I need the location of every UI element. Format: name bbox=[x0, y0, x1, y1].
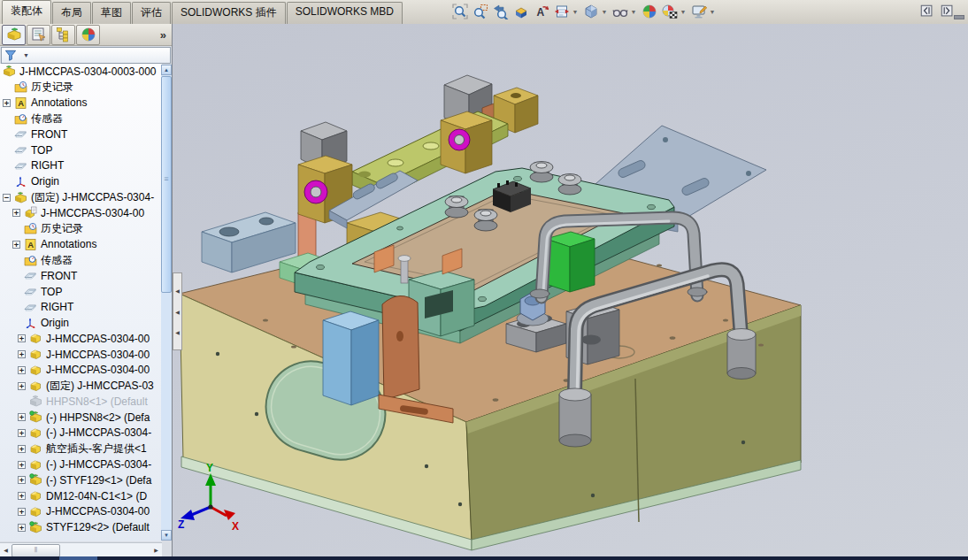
panel-tab-overflow[interactable]: » bbox=[157, 28, 170, 42]
expand-toggle[interactable]: + bbox=[18, 334, 26, 342]
tree-row-17[interactable]: +J-HMCCPAS-0304-00 bbox=[0, 331, 162, 347]
expand-toggle[interactable]: + bbox=[18, 413, 26, 421]
tree-row-22[interactable]: +(-) HHPSN8<2> (Defa bbox=[0, 410, 162, 426]
edit-appearance-button[interactable] bbox=[639, 2, 659, 21]
command-tab-1[interactable]: 布局 bbox=[52, 2, 91, 24]
tree-row-26[interactable]: +(-) STYF129<1> (Defa bbox=[0, 472, 162, 488]
hide-show-items-dropdown-arrow[interactable]: ▼ bbox=[630, 9, 637, 15]
tree-row-16[interactable]: Origin bbox=[0, 315, 162, 331]
tree-row-19[interactable]: +J-HMCCPAS-0304-00 bbox=[0, 363, 162, 379]
tree-row-28[interactable]: +J-HMCCPAS-0304-00 bbox=[0, 503, 162, 519]
expand-toggle[interactable]: + bbox=[18, 508, 26, 516]
scroll-right-button[interactable]: ▶ bbox=[151, 545, 161, 556]
tree-row-29[interactable]: +STYF129<2> (Default bbox=[0, 519, 162, 535]
tree-row-2[interactable]: +AAnnotations bbox=[0, 96, 162, 111]
tree-row-23[interactable]: +(-) J-HMCCPAS-0304- bbox=[0, 426, 162, 441]
command-tab-5[interactable]: SOLIDWORKS MBD bbox=[287, 2, 403, 24]
tree-row-3[interactable]: 传感器 bbox=[0, 111, 162, 127]
tree-row-0[interactable]: J-HMCCPAS-0304-0003-000 bbox=[0, 64, 162, 80]
tree-horizontal-scrollbar[interactable]: ◀ ▶ bbox=[0, 542, 162, 557]
expand-toggle[interactable]: + bbox=[12, 209, 20, 217]
expand-toggle[interactable]: + bbox=[18, 476, 26, 484]
tree-row-20[interactable]: +(固定) J-HMCCPAS-03 bbox=[0, 378, 162, 394]
vscroll-thumb[interactable] bbox=[161, 76, 172, 293]
asm2-icon bbox=[29, 521, 42, 534]
expand-toggle[interactable]: + bbox=[18, 461, 26, 469]
blue-box-part[interactable] bbox=[323, 311, 379, 405]
apply-scene-dropdown-arrow[interactable]: ▼ bbox=[680, 9, 687, 15]
collapse-left-pane-button[interactable] bbox=[919, 4, 933, 18]
display-style-dropdown-arrow[interactable]: ▼ bbox=[601, 9, 608, 15]
tree-row-11[interactable]: +AAnnotations bbox=[0, 236, 162, 252]
tree-row-1[interactable]: 历史记录 bbox=[0, 80, 162, 96]
green-block-part[interactable] bbox=[546, 232, 595, 292]
scroll-up-button[interactable]: ▲ bbox=[161, 65, 172, 75]
expand-toggle[interactable]: + bbox=[18, 382, 26, 390]
expand-toggle[interactable]: + bbox=[18, 366, 26, 374]
asm_gray-icon bbox=[29, 395, 42, 408]
triad-z-label: Z bbox=[178, 518, 184, 531]
view-settings-dropdown-arrow[interactable]: ▼ bbox=[709, 9, 716, 15]
tree-filter-bar[interactable]: ▼ bbox=[1, 47, 171, 64]
tree-row-6[interactable]: RIGHT bbox=[0, 158, 162, 174]
teal-bracket-part[interactable] bbox=[409, 271, 474, 336]
collapse-toggle[interactable]: − bbox=[3, 194, 11, 202]
command-tab-2[interactable]: 草图 bbox=[92, 2, 131, 24]
zoom-to-area-button[interactable] bbox=[470, 2, 490, 21]
scroll-left-button[interactable]: ◀ bbox=[1, 545, 11, 556]
scroll-down-button[interactable]: ▼ bbox=[161, 530, 172, 541]
tree-row-4[interactable]: FRONT bbox=[0, 127, 162, 142]
tree-row-25[interactable]: +(-) J-HMCCPAS-0304- bbox=[0, 456, 162, 472]
command-tab-4[interactable]: SOLIDWORKS 插件 bbox=[172, 2, 286, 24]
tree-row-27[interactable]: +DM12-04N-C1<1> (D bbox=[0, 488, 162, 504]
tree-row-12[interactable]: 传感器 bbox=[0, 252, 162, 268]
section-view-button[interactable] bbox=[511, 2, 531, 21]
panel-tab-configurationmanager[interactable] bbox=[51, 25, 75, 45]
tree-row-10[interactable]: 历史记录 bbox=[0, 221, 162, 237]
tree-item-label: Annotations bbox=[31, 96, 87, 109]
command-tab-3[interactable]: 评估 bbox=[132, 2, 171, 24]
collapse-right-pane-button[interactable] bbox=[940, 4, 954, 18]
tree-vertical-scrollbar[interactable]: ▲ ▼ bbox=[161, 65, 172, 541]
swing-clamp-center-part[interactable] bbox=[441, 111, 492, 173]
previous-view-button[interactable] bbox=[490, 2, 511, 21]
expand-toggle[interactable]: + bbox=[12, 241, 20, 249]
apply-scene-button[interactable] bbox=[659, 2, 680, 21]
assembly-model[interactable]: Y Z X bbox=[173, 24, 968, 556]
tree-row-24[interactable]: +航空插头-客户提供<1 bbox=[0, 441, 162, 456]
view-orientation-dropdown-arrow[interactable]: ▼ bbox=[572, 9, 579, 15]
hscroll-thumb[interactable] bbox=[12, 544, 60, 557]
tree-row-9[interactable]: +J-HMCCPAS-0304-00 bbox=[0, 205, 162, 221]
tree-row-18[interactable]: +J-HMCCPAS-0304-00 bbox=[0, 347, 162, 363]
display-style-button[interactable] bbox=[580, 2, 601, 21]
tree-row-15[interactable]: RIGHT bbox=[0, 299, 162, 315]
tree-row-14[interactable]: TOP bbox=[0, 284, 162, 300]
dynamic-annotation-views-button[interactable]: A bbox=[531, 2, 551, 21]
tree-item-label: Annotations bbox=[41, 238, 96, 250]
tree-row-7[interactable]: Origin bbox=[0, 173, 162, 189]
tree-row-8[interactable]: −(固定) J-HMCCPAS-0304- bbox=[0, 189, 162, 205]
hide-show-items-button[interactable] bbox=[610, 2, 630, 21]
expand-toggle[interactable]: + bbox=[18, 492, 26, 500]
panel-tab-propertymanager[interactable] bbox=[27, 25, 50, 45]
panel-splitter-handle[interactable]: ◀◀◀ bbox=[173, 272, 182, 350]
tree-row-5[interactable]: TOP bbox=[0, 142, 162, 158]
panel-tab-featuremanager-design-tree[interactable] bbox=[2, 25, 26, 45]
panel-tab-displaymanager[interactable] bbox=[76, 25, 100, 45]
feature-tree: J-HMCCPAS-0304-0003-000历史记录+AAnnotations… bbox=[0, 64, 162, 541]
expand-toggle[interactable]: + bbox=[18, 429, 26, 437]
view-settings-button[interactable] bbox=[688, 2, 709, 21]
tree-row-21[interactable]: HHPSN8<1> (Default bbox=[0, 394, 162, 410]
graphics-viewport[interactable]: Y Z X ◀◀◀ bbox=[173, 24, 968, 556]
expand-toggle[interactable]: + bbox=[3, 99, 11, 107]
filter-dropdown-arrow[interactable]: ▼ bbox=[23, 52, 29, 58]
pane-resize-handle[interactable] bbox=[954, 15, 964, 19]
expand-toggle[interactable]: + bbox=[18, 350, 26, 358]
zoom-to-fit-button[interactable] bbox=[449, 2, 470, 21]
expand-toggle[interactable]: + bbox=[18, 445, 26, 453]
expand-toggle[interactable]: + bbox=[18, 524, 26, 532]
view-orientation-button[interactable] bbox=[551, 2, 572, 21]
tree-row-13[interactable]: FRONT bbox=[0, 268, 162, 284]
command-tab-0[interactable]: 装配体 bbox=[2, 0, 51, 24]
triad-y-label: Y bbox=[206, 462, 213, 474]
